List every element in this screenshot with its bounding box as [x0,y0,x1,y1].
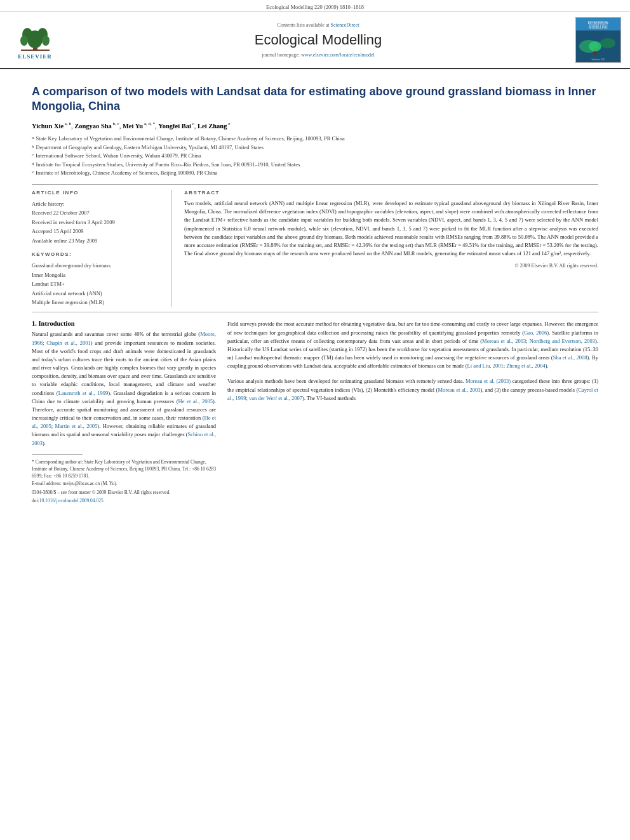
ref-moreau2003c[interactable]: Moreau et al., 2003 [438,387,480,393]
publisher-logo-area: ELSEVIER [6,17,64,63]
author-1-name: Yichun Xie [32,122,64,129]
keywords-header: Keywords: [32,251,162,257]
author-2-sup: b, c [112,121,119,126]
contents-available-line: Contents lists available at ScienceDirec… [64,22,573,28]
affil-3: c International Software School, Wuhan U… [32,152,598,161]
affil-5: e Institute of Microbiology, Chinese Aca… [32,169,598,178]
abstract-text: Two models, artificial neural network (A… [184,199,598,258]
homepage-line: journal homepage: www.elsevier.com/locat… [64,52,573,58]
article-info-column: ARTICLE INFO Article history: Received 2… [32,190,171,307]
citation-text: Ecological Modelling 220 (2009) 1810–181… [266,4,364,10]
svg-text:MODELLING: MODELLING [589,25,608,29]
svg-text:Volume 220: Volume 220 [591,58,605,61]
doi-line: doi:10.1016/j.ecolmodel.2009.04.025 [32,498,216,503]
svg-text:ECOLOGICAL: ECOLOGICAL [588,21,609,25]
affil-4: d Institute for Tropical Ecosystem Studi… [32,161,598,170]
elsevier-text: ELSEVIER [18,53,52,60]
keyword-2: Inner Mongolia [32,270,162,279]
article-info-abstract: ARTICLE INFO Article history: Received 2… [32,190,598,307]
right-column: Field surveys provide the most accurate … [227,320,598,503]
copyright-line: © 2009 Elsevier B.V. All rights reserved… [184,263,598,269]
ref-lauenroth1999[interactable]: Lauenroth et al., 1999 [58,390,109,396]
journal-title-area: Contents lists available at ScienceDirec… [64,17,573,63]
cover-image-area: ECOLOGICAL MODELLING Volume 220 [573,17,624,63]
svg-point-5 [42,36,50,46]
journal-cover-image: ECOLOGICAL MODELLING Volume 220 [575,17,621,63]
author-4-sup: c [191,121,194,126]
author-1-sup: a, b [64,121,71,126]
ref-he2005a[interactable]: He et al., 2005 [178,398,213,404]
abstract-header: ABSTRACT [184,190,598,196]
main-content: 1. Introduction Natural grasslands and s… [32,320,598,503]
ref-moreau2003b[interactable]: Moreau et al. (2003) [466,378,511,384]
accepted-date: Accepted 15 April 2009 [32,227,162,236]
ref-zheng2004[interactable]: Zheng et al., 2004 [506,363,546,369]
ref-moreau2003a[interactable]: Moreau et al., 2003 [482,338,526,344]
ref-schino2003[interactable]: Schino et al., 2003 [32,431,216,446]
elsevier-logo: ELSEVIER [18,20,53,60]
intro-right-para1: Field surveys provide the most accurate … [227,320,598,370]
footnote-divider [32,454,83,455]
journal-header: ELSEVIER Contents lists available at Sci… [0,12,630,69]
cover-svg: ECOLOGICAL MODELLING Volume 220 [576,18,620,62]
history-header: Article history: [32,199,162,208]
keywords-section: Keywords: Grassland aboveground dry biom… [32,251,162,307]
homepage-url[interactable]: www.elsevier.com/locate/ecolmodel [301,52,375,58]
ref-nordberg2003[interactable]: Nordberg and Evertson, 2003 [530,338,595,344]
issn-line: 0304-3800/$ – see front matter © 2009 El… [32,490,216,495]
online-date: Available online 23 May 2009 [32,236,162,245]
affil-2: b Department of Geography and Geology, E… [32,143,598,152]
section-number: 1. [32,320,37,327]
left-column: 1. Introduction Natural grasslands and s… [32,320,216,503]
intro-left-para1: Natural grasslands and savannas cover so… [32,330,216,447]
affiliations-block: a State Key Laboratory of Vegetation and… [32,135,598,178]
author-4-name: Yongfei Bai [158,122,191,129]
author-3-sup: a, d, * [143,121,155,126]
authors-line: Yichun Xie a, b, Zongyao Sha b, c, Mei Y… [32,121,598,131]
affil-1: a State Key Laboratory of Vegetation and… [32,135,598,143]
author-5-sup: e [227,121,230,126]
article-history: Article history: Received 22 October 200… [32,199,162,245]
keyword-1: Grassland aboveground dry biomass [32,261,162,270]
article-body: A comparison of two models with Landsat … [0,69,630,510]
footnote-star: * Corresponding author at: State Key Lab… [32,458,216,480]
sciencedirect-link[interactable]: ScienceDirect [331,22,359,28]
article-info-header: ARTICLE INFO [32,190,162,196]
author-5-name: Lei Zhang [198,122,227,129]
divider-2 [32,312,598,312]
footnote-email: E-mail address: meiyu@ibcas.ac.cn (M. Yu… [32,480,216,487]
svg-point-15 [589,41,601,51]
journal-citation-bar: Ecological Modelling 220 (2009) 1810–181… [0,0,630,12]
svg-point-13 [600,38,615,48]
ref-sha2008[interactable]: Sha et al., 2008 [553,354,587,361]
ref-gao2006[interactable]: Gao, 2006 [524,330,547,336]
keyword-5: Multiple linear regression (MLR) [32,298,162,307]
ref-chapin2001[interactable]: Chapin et al., 2001 [46,340,91,346]
ref-vanderwerf2007[interactable]: van der Werf et al., 2007 [249,395,302,401]
intro-right-para2: Various analysis methods have been devel… [227,377,598,403]
author-3-name: Mei Yu [123,122,143,129]
received-date: Received 22 October 2007 [32,208,162,217]
ref-martin2005[interactable]: Martin et al., 2005 [55,423,98,429]
section-heading: Introduction [39,320,75,327]
revised-date: Received in revised form 3 April 2009 [32,218,162,227]
elsevier-tree-icon [18,20,53,52]
abstract-column: ABSTRACT Two models, artificial neural n… [184,190,598,307]
article-title: A comparison of two models with Landsat … [32,84,598,114]
journal-title: Ecological Modelling [64,32,573,48]
divider-1 [32,184,598,185]
doi-link[interactable]: 10.1016/j.ecolmodel.2009.04.025 [39,498,104,503]
author-2-name: Zongyao Sha [74,122,112,129]
svg-point-4 [20,36,28,46]
section-title: 1. Introduction [32,320,216,327]
ref-li2001[interactable]: Li and Liu, 2001 [467,363,504,369]
page-wrapper: Ecological Modelling 220 (2009) 1810–181… [0,0,630,510]
keyword-4: Artificial neural network (ANN) [32,289,162,298]
keyword-3: Landsat ETM+ [32,279,162,288]
